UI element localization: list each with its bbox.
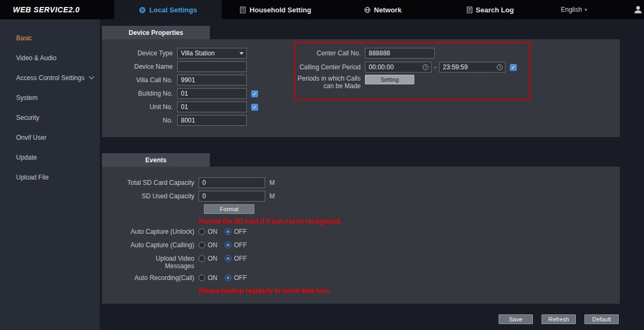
setting-button[interactable]: Setting xyxy=(365,75,414,84)
globe-icon xyxy=(364,6,371,13)
events-panel-tab[interactable]: Events xyxy=(102,153,210,167)
auto-recording-call-radio-off[interactable] xyxy=(225,275,231,281)
tab-label: Search Log xyxy=(476,6,514,14)
auto-capture-calling-radio-off[interactable] xyxy=(225,242,231,248)
clock-icon xyxy=(422,64,429,70)
period-start-input[interactable] xyxy=(365,62,431,73)
sidebar-item-upload-file[interactable]: Upload File xyxy=(0,167,100,187)
sidebar-item-onvif-user[interactable]: Onvif User xyxy=(0,127,100,147)
building-no-input[interactable] xyxy=(177,88,247,99)
tab-search-log[interactable]: Search Log xyxy=(436,0,544,19)
tab-label: Household Setting xyxy=(250,6,311,14)
device-name-input[interactable] xyxy=(177,61,247,72)
building-no-label: Building No. xyxy=(103,90,173,97)
chevron-down-icon xyxy=(89,74,94,80)
radio-off-label: OFF xyxy=(234,255,247,262)
sidebar-item-update[interactable]: Update xyxy=(0,147,100,167)
unit-no-checkbox-checked[interactable] xyxy=(251,104,258,111)
tab-label: Local Settings xyxy=(149,6,197,14)
total-sd-capacity-input[interactable] xyxy=(199,177,265,188)
device-properties-panel: Device Type Villa Station Device Name Vi… xyxy=(102,39,620,137)
radio-on-label: ON xyxy=(208,255,217,262)
radio-on-label: ON xyxy=(208,228,217,235)
sidebar-item-system[interactable]: System xyxy=(0,88,100,107)
device-name-label: Device Name xyxy=(103,63,173,70)
tab-network[interactable]: Network xyxy=(329,0,436,19)
sidebar-item-label: Update xyxy=(16,154,37,161)
building-no-checkbox-checked[interactable] xyxy=(251,90,258,97)
upload-video-messages-radio-on[interactable] xyxy=(199,255,205,262)
tab-label: Network xyxy=(374,6,401,14)
sidebar-item-basic[interactable]: Basic xyxy=(0,28,100,48)
auto-capture-calling-radio-on[interactable] xyxy=(199,242,205,248)
sidebar: Basic Video & Audio Access Control Setti… xyxy=(0,19,100,330)
radio-off-label: OFF xyxy=(234,274,247,282)
radio-on-label: ON xyxy=(208,274,217,282)
auto-recording-call-label: Auto Recording(Call) xyxy=(102,274,194,282)
sidebar-item-label: Basic xyxy=(16,34,32,42)
period-end-field xyxy=(439,62,506,73)
no-label: No. xyxy=(103,117,173,124)
language-selector[interactable]: English ▾ xyxy=(561,0,587,19)
top-navigation-bar: WEB SERVICE2.0 ⚙ Local Settings Househol… xyxy=(0,0,644,19)
sidebar-item-label: Access Control Settings xyxy=(16,74,84,82)
calling-center-period-label: Calling Center Period xyxy=(291,63,361,71)
auto-capture-unlock-radio-on[interactable] xyxy=(199,228,205,235)
chevron-down-icon: ▾ xyxy=(584,7,587,12)
center-call-no-input[interactable] xyxy=(365,48,435,59)
unit-no-input[interactable] xyxy=(177,102,247,112)
sidebar-item-access-control-settings[interactable]: Access Control Settings xyxy=(0,68,100,88)
sidebar-item-security[interactable]: Security xyxy=(0,107,100,127)
period-start-field xyxy=(365,62,431,73)
sidebar-item-label: Security xyxy=(16,114,39,121)
total-sd-capacity-label: Total SD Card Capacity xyxy=(102,179,194,186)
upload-video-messages-radio-off[interactable] xyxy=(225,255,231,262)
auto-capture-unlock-label: Auto Capture (Unlock) xyxy=(102,228,194,235)
sidebar-item-label: Onvif User xyxy=(16,134,47,141)
radio-on-label: ON xyxy=(208,241,217,249)
save-button[interactable]: Save xyxy=(499,314,533,324)
sidebar-item-label: Video & Audio xyxy=(16,54,56,62)
period-end-input[interactable] xyxy=(439,62,506,73)
language-label: English xyxy=(561,6,582,13)
sidebar-item-label: Upload File xyxy=(16,174,49,181)
sd-used-capacity-input[interactable] xyxy=(199,191,265,202)
periods-calls-label: Periods in which Calls can be Made xyxy=(291,75,361,90)
events-panel: Total SD Card Capacity M SD Used Capacit… xyxy=(102,167,620,304)
upload-video-messages-label: Upload Video Messages xyxy=(135,255,194,270)
format-warning-text: Format the SD card if it can not be reco… xyxy=(199,218,341,225)
tab-local-settings[interactable]: ⚙ Local Settings xyxy=(114,0,222,19)
user-icon[interactable] xyxy=(633,5,643,15)
unit-no-label: Unit No. xyxy=(103,103,173,111)
device-type-select[interactable]: Villa Station xyxy=(177,48,247,59)
radio-off-label: OFF xyxy=(234,241,247,249)
period-separator: - xyxy=(434,63,436,71)
sidebar-item-label: System xyxy=(16,94,38,102)
center-call-no-label: Center Call No. xyxy=(291,49,361,57)
villa-call-no-input[interactable] xyxy=(177,75,247,85)
tab-household-setting[interactable]: Household Setting xyxy=(222,0,329,19)
sd-used-unit: M xyxy=(269,192,275,200)
sd-used-capacity-label: SD Used Capacity xyxy=(102,192,194,200)
device-type-value: Villa Station xyxy=(178,49,215,57)
radio-off-label: OFF xyxy=(234,228,247,235)
building-icon xyxy=(239,6,246,13)
auto-capture-unlock-radio-off[interactable] xyxy=(225,228,231,235)
clock-icon xyxy=(496,64,503,70)
gear-icon: ⚙ xyxy=(139,6,146,14)
refresh-button[interactable]: Refresh xyxy=(541,314,576,324)
log-icon xyxy=(466,6,473,13)
total-sd-unit: M xyxy=(269,179,275,186)
default-button[interactable]: Default xyxy=(584,314,619,324)
device-type-label: Device Type xyxy=(103,49,173,57)
device-properties-panel-tab[interactable]: Device Properties xyxy=(102,26,210,39)
sidebar-item-video-audio[interactable]: Video & Audio xyxy=(0,48,100,68)
auto-recording-call-radio-on[interactable] xyxy=(199,275,205,281)
backup-warning-text: Please backup regularly to avoid data lo… xyxy=(199,287,330,295)
period-checkbox-checked[interactable] xyxy=(510,64,517,71)
chevron-down-icon xyxy=(237,52,246,55)
app-logo: WEB SERVICE2.0 xyxy=(0,0,114,19)
format-button[interactable]: Format xyxy=(204,204,254,214)
auto-capture-calling-label: Auto Capture (Calling) xyxy=(102,241,194,249)
no-input[interactable] xyxy=(177,115,247,126)
